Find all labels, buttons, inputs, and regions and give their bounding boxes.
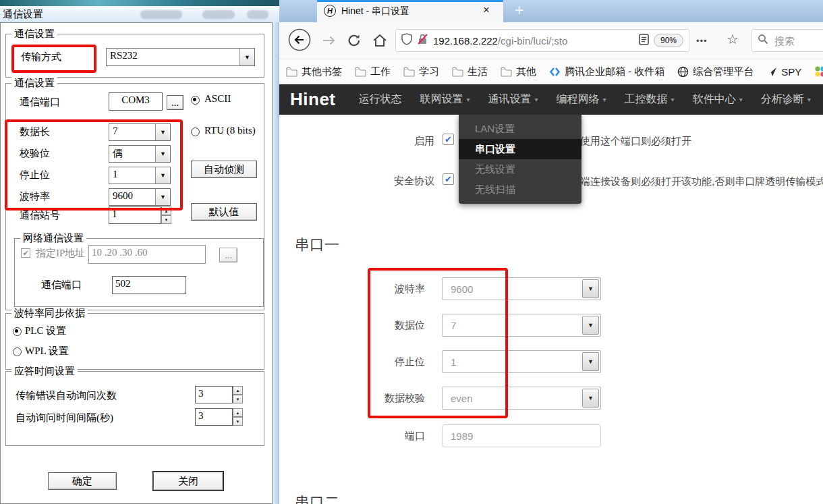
bookmark-tencent-mail[interactable]: 腾讯企业邮箱 - 收件箱: [549, 65, 664, 78]
bookmark-folder-work[interactable]: 工作: [355, 65, 391, 78]
data-length-select[interactable]: 7 ▼: [109, 123, 171, 141]
home-icon[interactable]: [372, 32, 388, 49]
page-content: 启用 ✔ 使用这个端口则必须打开 安全协议 ✔ 端连接设备则必须打开该功能,否则…: [279, 115, 823, 504]
nav-diagnostics[interactable]: 分析诊断▾: [761, 92, 811, 107]
url-bar[interactable]: 192.168.2.222/cgi-bin/luci/;sto 90%: [395, 29, 689, 52]
dropdown-arrow-icon[interactable]: ▼: [582, 316, 599, 335]
retry-interval-label: 自动询问时间间隔(秒): [16, 412, 113, 424]
nav-comm-settings[interactable]: 通讯设置▾: [488, 92, 538, 107]
security-protocol-label: 安全协议: [360, 175, 434, 188]
dropdown-arrow-icon[interactable]: ▼: [582, 352, 599, 371]
menu-item-serial[interactable]: 串口设置: [459, 139, 581, 159]
ok-button[interactable]: 确定: [48, 472, 117, 490]
back-icon[interactable]: [287, 28, 312, 52]
default-value-button[interactable]: 默认值: [191, 203, 257, 221]
plc-setting-radio[interactable]: [13, 327, 22, 336]
tab-strip: H Hinet - 串口设置 × +: [279, 0, 823, 22]
transfer-mode-select[interactable]: RS232 ▼: [106, 48, 255, 66]
spin-up-icon[interactable]: ▲: [161, 206, 171, 215]
shield-icon[interactable]: [401, 33, 412, 48]
nav-programming-network[interactable]: 编程网络▾: [557, 92, 606, 107]
bookmark-folder-other[interactable]: 其他书签: [286, 65, 342, 78]
spin-down-icon[interactable]: ▼: [233, 417, 243, 426]
baud-rate-select[interactable]: 9600 ▼: [109, 188, 171, 206]
dropdown-arrow-icon[interactable]: ▼: [239, 49, 254, 65]
stop-bit-select[interactable]: 1 ▼: [109, 167, 171, 184]
nav-run-status[interactable]: 运行状态: [359, 92, 402, 107]
dropdown-arrow-icon[interactable]: ▼: [155, 146, 170, 162]
reload-icon[interactable]: [347, 33, 362, 48]
parity-select[interactable]: 偶 ▼: [109, 145, 171, 163]
url-text[interactable]: 192.168.2.222/cgi-bin/luci/;sto: [433, 35, 634, 47]
bookmark-admin-platform[interactable]: 综合管理平台: [677, 65, 754, 78]
web-parity-select[interactable]: even ▼: [442, 387, 601, 410]
bookmark-color-app[interactable]: [814, 65, 823, 78]
rtu-radio[interactable]: [191, 128, 200, 136]
web-port-input[interactable]: 1989: [442, 424, 601, 447]
nav-industrial-data[interactable]: 工控数据▾: [625, 92, 675, 107]
spin-down-icon[interactable]: ▼: [161, 215, 171, 224]
retry-count-input[interactable]: 3: [195, 386, 233, 403]
zoom-level-badge[interactable]: 90%: [654, 34, 683, 47]
forward-icon[interactable]: [321, 33, 337, 48]
bookmark-folder-misc[interactable]: 其他: [501, 65, 536, 78]
dialog-titlebar[interactable]: 通信设置: [0, 6, 279, 22]
station-number-input[interactable]: 1: [109, 206, 161, 224]
transfer-mode-value: RS232: [107, 49, 239, 65]
autodetect-button[interactable]: 自动侦测: [191, 161, 257, 178]
menu-item-lan[interactable]: LAN设置: [459, 119, 581, 139]
ascii-radio[interactable]: [191, 96, 200, 105]
ip-browse-button[interactable]: ...: [219, 248, 237, 262]
retry-interval-input[interactable]: 3: [195, 408, 233, 426]
group-baud-sync-title: 波特率同步依据: [11, 307, 88, 320]
browser-window: H Hinet - 串口设置 × +: [279, 0, 823, 504]
tencent-mail-icon: [549, 67, 561, 77]
comm-port-value[interactable]: COM3: [109, 92, 163, 111]
nav-network-settings[interactable]: 联网设置▾: [420, 92, 470, 107]
ascii-radio-label: ASCII: [204, 93, 231, 105]
specify-ip-checkbox[interactable]: ✔: [21, 248, 30, 258]
dropdown-arrow-icon[interactable]: ▼: [155, 189, 170, 205]
bookmark-folder-study[interactable]: 学习: [403, 65, 439, 78]
web-parity-label: 数据校验: [344, 392, 425, 405]
close-button[interactable]: 关闭: [153, 472, 223, 491]
menu-item-wireless-scan[interactable]: 无线扫描: [459, 179, 581, 200]
spin-down-icon[interactable]: ▼: [233, 395, 243, 403]
nav-software-center[interactable]: 软件中心▾: [693, 92, 743, 107]
enable-checkbox[interactable]: ✔: [443, 134, 454, 145]
bookmark-star-icon[interactable]: ☆: [727, 31, 739, 47]
dropdown-arrow-icon[interactable]: ▼: [155, 124, 170, 140]
web-baud-rate-select[interactable]: 9600 ▼: [442, 277, 601, 300]
spin-up-icon[interactable]: ▲: [233, 408, 243, 417]
web-parity-value: even: [443, 393, 581, 404]
overflow-menu-icon[interactable]: •••: [696, 36, 708, 46]
station-number-stepper[interactable]: ▲ ▼: [161, 206, 171, 224]
bookmark-spy[interactable]: SPY: [766, 66, 801, 78]
comm-port-browse-button[interactable]: ...: [167, 95, 183, 110]
url-host: 192.168.2.222: [433, 35, 498, 47]
dropdown-arrow-icon[interactable]: ▼: [582, 279, 599, 298]
ip-address-input[interactable]: 10 .20 .30 .60: [88, 245, 206, 264]
menu-item-wireless[interactable]: 无线设置: [459, 159, 581, 179]
web-data-bits-select[interactable]: 7 ▼: [442, 314, 601, 337]
insecure-lock-icon[interactable]: [417, 33, 428, 48]
network-port-input[interactable]: 502: [112, 276, 186, 294]
retry-interval-stepper[interactable]: ▲ ▼: [233, 408, 243, 426]
web-stop-bit-select[interactable]: 1 ▼: [442, 350, 601, 373]
dropdown-arrow-icon[interactable]: ▼: [155, 167, 170, 184]
new-tab-icon[interactable]: +: [515, 1, 523, 20]
bookmarks-bar: 其他书签 工作 学习 生活 其他 腾讯企业邮箱 - 收件箱 综合管理平台 SPY: [279, 59, 823, 84]
retry-count-stepper[interactable]: ▲ ▼: [233, 386, 243, 403]
search-bar[interactable]: [751, 29, 823, 52]
security-protocol-checkbox[interactable]: ✔: [443, 173, 454, 185]
reader-mode-icon[interactable]: [639, 34, 649, 48]
search-input[interactable]: [773, 34, 819, 47]
plc-dialog-window: 通信设置 通信设置 传输方式 RS232 ▼ 通信设置 通信端口 COM3 ..: [0, 0, 279, 504]
spin-up-icon[interactable]: ▲: [233, 386, 243, 395]
tab-close-icon[interactable]: ×: [483, 3, 490, 17]
wpl-setting-radio[interactable]: [13, 347, 22, 356]
hinet-logo[interactable]: Hinet: [290, 89, 336, 110]
bookmark-folder-life[interactable]: 生活: [452, 65, 488, 78]
dropdown-arrow-icon[interactable]: ▼: [582, 389, 599, 408]
site-navbar: Hinet 运行状态 联网设置▾ 通讯设置▾ 编程网络▾ 工控数据▾ 软件中心▾…: [279, 84, 823, 115]
